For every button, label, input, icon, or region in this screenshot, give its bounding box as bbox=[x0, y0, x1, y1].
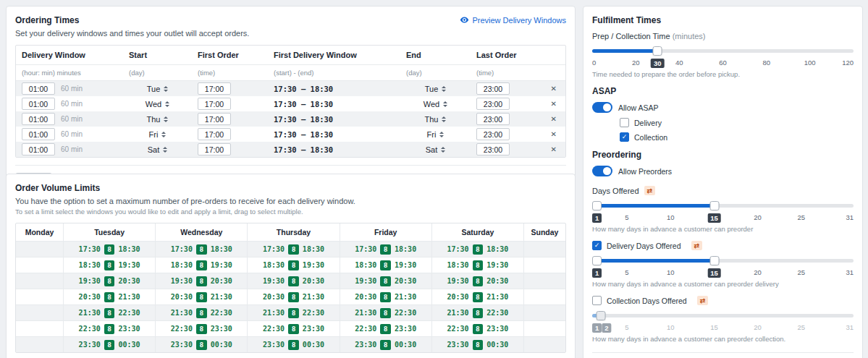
window-end-time: 19:30 bbox=[303, 261, 324, 269]
eye-icon bbox=[460, 15, 469, 25]
end-day-select[interactable]: Sat bbox=[426, 145, 446, 154]
delivery-window-duration-input[interactable] bbox=[22, 143, 55, 155]
preview-delivery-windows-link[interactable]: Preview Delivery Windows bbox=[460, 15, 566, 25]
delivery-days-slider[interactable]: 1 5 10 15 20 25 31 bbox=[592, 255, 854, 278]
allow-preorders-label: Allow Preorders bbox=[618, 167, 672, 176]
first-order-time-input[interactable] bbox=[198, 98, 231, 110]
volume-window-cell[interactable]: 18:30819:30 bbox=[155, 257, 247, 273]
window-end-time: 22:30 bbox=[118, 309, 140, 317]
last-order-time-input[interactable] bbox=[476, 82, 510, 95]
delivery-days-handle-high[interactable] bbox=[709, 256, 719, 265]
end-day-select[interactable]: Fri bbox=[427, 130, 444, 139]
start-day-select[interactable]: Thu bbox=[147, 115, 169, 124]
days-offered-slider[interactable]: 1 5 10 15 20 25 31 bbox=[592, 200, 854, 223]
end-day-select[interactable]: Wed bbox=[424, 100, 447, 108]
volume-window-cell[interactable]: 18:30819:30 bbox=[63, 257, 155, 273]
first-order-time-input[interactable] bbox=[198, 113, 231, 125]
first-order-time-input[interactable] bbox=[198, 128, 231, 140]
prep-time-slider-handle[interactable] bbox=[653, 46, 662, 56]
days-offered-handle-high[interactable] bbox=[709, 201, 719, 210]
volume-window-cell[interactable]: 22:30823:30 bbox=[431, 321, 523, 336]
volume-window-cell[interactable]: 21:30822:30 bbox=[340, 305, 431, 320]
first-order-time-input[interactable] bbox=[198, 143, 231, 155]
delete-row-button[interactable]: ✕ bbox=[548, 145, 560, 153]
delivery-window-duration-input[interactable] bbox=[22, 98, 55, 110]
chevron-updown-icon bbox=[442, 116, 446, 122]
days-offered-handle-low[interactable] bbox=[592, 201, 602, 210]
start-day-select[interactable]: Tue bbox=[147, 85, 169, 93]
volume-window-cell[interactable]: 23:30800:30 bbox=[63, 337, 155, 352]
volume-window-cell[interactable]: 22:30823:30 bbox=[247, 321, 339, 336]
delivery-window-duration-input[interactable] bbox=[22, 113, 55, 125]
volume-window-cell[interactable]: 17:30818:30 bbox=[247, 242, 339, 257]
order-limit-badge: 8 bbox=[288, 340, 299, 350]
order-limit-badge: 8 bbox=[104, 292, 115, 302]
start-day-select[interactable]: Sat bbox=[148, 145, 168, 154]
delivery-window-duration-input[interactable] bbox=[22, 82, 55, 95]
volume-window-cell[interactable]: 23:30800:30 bbox=[247, 337, 339, 352]
volume-window-cell[interactable]: 20:30821:30 bbox=[431, 289, 523, 304]
delete-row-button[interactable]: ✕ bbox=[548, 100, 560, 108]
delete-row-button[interactable]: ✕ bbox=[548, 115, 560, 123]
order-limit-badge: 8 bbox=[288, 292, 299, 302]
first-order-time-input[interactable] bbox=[198, 82, 231, 95]
order-limit-badge: 8 bbox=[473, 244, 484, 255]
window-start-time: 22:30 bbox=[263, 325, 285, 333]
volume-window-cell[interactable]: 19:30820:30 bbox=[340, 273, 431, 289]
delivery-window-duration-input[interactable] bbox=[22, 128, 55, 140]
volume-window-cell[interactable]: 20:30821:30 bbox=[247, 289, 339, 304]
volume-window-cell[interactable]: 17:30818:30 bbox=[155, 242, 247, 257]
asap-collection-checkbox[interactable]: ✓ bbox=[620, 132, 629, 142]
volume-window-cell[interactable]: 18:30819:30 bbox=[340, 257, 431, 273]
first-delivery-window-text: 17:30 – 18:30 bbox=[274, 115, 333, 124]
delivery-days-handle-low[interactable] bbox=[592, 256, 602, 265]
volume-day-header: Thursday bbox=[247, 223, 339, 241]
volume-window-cell[interactable]: 17:30818:30 bbox=[431, 242, 523, 257]
window-end-time: 23:30 bbox=[395, 325, 416, 333]
order-limit-badge: 8 bbox=[196, 260, 207, 270]
order-limit-badge: 8 bbox=[473, 292, 484, 302]
last-order-time-input[interactable] bbox=[476, 128, 510, 140]
volume-window-cell[interactable]: 21:30822:30 bbox=[247, 305, 339, 320]
end-day-select[interactable]: Tue bbox=[425, 85, 447, 93]
order-limit-badge: 8 bbox=[473, 276, 484, 286]
window-end-time: 00:30 bbox=[118, 341, 140, 349]
volume-window-cell[interactable]: 21:30822:30 bbox=[63, 305, 155, 320]
allow-asap-toggle[interactable] bbox=[592, 102, 612, 113]
volume-window-cell[interactable]: 23:30800:30 bbox=[340, 337, 431, 352]
start-day-select[interactable]: Fri bbox=[149, 130, 167, 139]
last-order-time-input[interactable] bbox=[476, 143, 510, 155]
last-order-time-input[interactable] bbox=[476, 113, 510, 125]
allow-preorders-toggle[interactable] bbox=[592, 166, 612, 176]
window-start-time: 22:30 bbox=[171, 325, 193, 333]
asap-delivery-checkbox[interactable] bbox=[620, 118, 629, 127]
end-day-select[interactable]: Thu bbox=[425, 115, 447, 124]
collection-days-offered-checkbox[interactable] bbox=[592, 296, 602, 305]
volume-window-cell[interactable]: 20:30821:30 bbox=[340, 289, 431, 304]
volume-window-cell[interactable]: 23:30800:30 bbox=[155, 337, 247, 352]
volume-window-cell[interactable]: 21:30822:30 bbox=[155, 305, 247, 320]
order-limit-badge: 8 bbox=[288, 244, 299, 255]
volume-window-cell[interactable]: 19:30820:30 bbox=[431, 273, 523, 289]
volume-window-cell[interactable]: 21:30822:30 bbox=[431, 305, 523, 320]
start-day-select[interactable]: Wed bbox=[146, 100, 169, 108]
volume-window-cell[interactable]: 18:30819:30 bbox=[247, 257, 339, 273]
prep-time-slider[interactable]: 0 20 30 40 60 80 100 120 bbox=[592, 46, 854, 69]
delete-row-button[interactable]: ✕ bbox=[548, 85, 560, 93]
volume-window-cell[interactable]: 18:30819:30 bbox=[431, 257, 523, 273]
delete-row-button[interactable]: ✕ bbox=[548, 130, 560, 138]
window-end-time: 20:30 bbox=[211, 277, 232, 285]
volume-window-cell[interactable]: 22:30823:30 bbox=[155, 321, 247, 336]
volume-window-cell[interactable]: 22:30823:30 bbox=[63, 321, 155, 336]
volume-window-cell[interactable]: 17:30818:30 bbox=[340, 242, 431, 257]
volume-window-cell[interactable]: 19:30820:30 bbox=[155, 273, 247, 289]
volume-window-cell[interactable]: 23:30800:30 bbox=[431, 337, 523, 352]
volume-window-cell[interactable]: 20:30821:30 bbox=[63, 289, 155, 304]
volume-window-cell[interactable]: 19:30820:30 bbox=[247, 273, 339, 289]
volume-window-cell[interactable]: 19:30820:30 bbox=[63, 273, 155, 289]
delivery-days-offered-checkbox[interactable]: ✓ bbox=[592, 241, 602, 250]
volume-window-cell[interactable]: 22:30823:30 bbox=[340, 321, 431, 336]
last-order-time-input[interactable] bbox=[476, 98, 510, 110]
volume-window-cell[interactable]: 17:30818:30 bbox=[63, 242, 155, 257]
volume-window-cell[interactable]: 20:30821:30 bbox=[155, 289, 247, 304]
